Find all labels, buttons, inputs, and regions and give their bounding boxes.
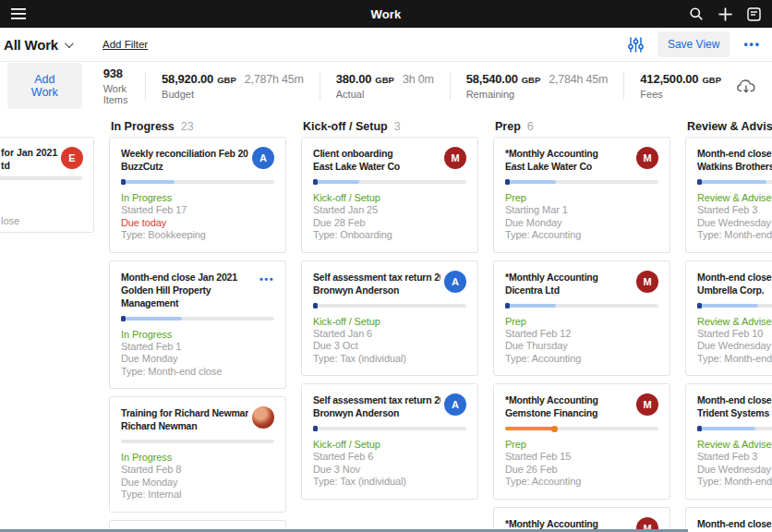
card-status: Prep xyxy=(505,191,658,204)
card-status: Review & Advise xyxy=(697,191,772,204)
app-topbar: Work xyxy=(0,0,772,28)
stat-value: 58,920.00 xyxy=(162,72,213,86)
card-title: *Monthly AccountingDicentra Ltd xyxy=(505,271,633,296)
stat-group: 58,920.00GBP2,787h 45mBudget xyxy=(145,72,320,100)
card-status: In Progress xyxy=(121,451,274,464)
card-status: Prep xyxy=(505,315,658,328)
add-icon[interactable] xyxy=(718,7,732,21)
board-column: for Jan 2021 td E lose xyxy=(0,109,94,233)
stat-label: Actual xyxy=(336,89,434,100)
stat-value: 58,540.00 xyxy=(466,72,518,86)
stat-value: 412,500.00 xyxy=(640,72,698,86)
add-work-button[interactable]: Add Work xyxy=(7,63,82,109)
progress-bar xyxy=(121,440,274,443)
work-card[interactable]: *Monthly AccountingDicentra Ltd M Prep S… xyxy=(493,260,670,377)
work-card[interactable]: Weekly reconciliation Feb 2021BuzzCutz A… xyxy=(109,137,286,253)
stat-currency: GBP xyxy=(375,75,394,85)
card-meta: Started Jan 25Due 28 FebType: Onboarding xyxy=(313,204,466,242)
chevron-down-icon xyxy=(65,39,74,48)
work-card[interactable]: for Jan 2021 td E lose xyxy=(0,137,94,233)
card-status: Kick-off / Setup xyxy=(313,191,466,204)
more-options-icon[interactable]: ••• xyxy=(743,38,761,51)
view-selector[interactable]: All Work xyxy=(4,37,71,53)
page-title: Work xyxy=(0,7,772,21)
work-card[interactable]: Self assessment tax return 2021Bronwyn A… xyxy=(301,260,478,377)
card-meta: Started Feb 8Due MondayType: Internal xyxy=(121,464,274,502)
column-header xyxy=(0,109,94,137)
avatar-photo[interactable] xyxy=(252,406,274,429)
view-toolbar: All Work Add Filter Save View ••• xyxy=(0,28,772,62)
progress-bar xyxy=(505,180,658,184)
stat-label: Work Items xyxy=(103,83,129,105)
card-meta: Started Feb 12Due ThursdayType: Accounti… xyxy=(505,328,658,366)
avatar[interactable]: A xyxy=(444,271,466,293)
work-card[interactable]: Training for Richard NewmanRichard Newma… xyxy=(109,396,286,513)
stat-extra: 3h 0m xyxy=(403,73,434,86)
progress-bar xyxy=(697,304,772,308)
progress-bar xyxy=(505,427,658,430)
card-title: Month-end close for Jan 2021Trident Syst… xyxy=(697,393,772,419)
card-meta: Started Feb 1Due MondayType: Month-end c… xyxy=(121,341,274,379)
work-card[interactable]: *Monthly AccountingGemstone Financing M … xyxy=(493,507,670,532)
column-header: Kick-off / Setup3 xyxy=(301,109,478,137)
progress-bar xyxy=(313,304,466,308)
card-status: Kick-off / Setup xyxy=(313,438,466,451)
work-card[interactable]: Month-end close Jan 2021Golden Hill Prop… xyxy=(109,260,286,390)
work-card[interactable]: Month-end close for Jan 2021Umbrella Cor… xyxy=(685,260,772,377)
avatar[interactable]: M xyxy=(636,393,658,416)
card-meta: Started Feb 17Due todayType: Bookkeeping xyxy=(121,204,274,242)
card-title: Self assessment tax return 2021Bronwyn A… xyxy=(313,271,440,296)
column-header: In Progress23 xyxy=(109,109,286,137)
progress-bar xyxy=(697,180,772,184)
progress-bar xyxy=(0,176,82,180)
avatar[interactable]: M xyxy=(636,271,658,293)
stat-extra: 2,787h 45m xyxy=(245,73,304,86)
card-title: *Monthly AccountingEast Lake Water Co xyxy=(505,147,633,173)
filter-sliders-icon[interactable] xyxy=(628,37,644,53)
work-card[interactable]: Month-end close for Jan 2021Watkins Brot… xyxy=(685,137,772,253)
view-selector-label: All Work xyxy=(4,37,58,53)
avatar[interactable]: A xyxy=(252,147,274,169)
card-meta: Started Feb 3Due WednesdayType: Month-en… xyxy=(697,204,772,242)
work-card[interactable]: *Monthly AccountingGemstone Financing M … xyxy=(493,383,670,500)
card-title: Month-end close for Jan 2021Umbrella Cor… xyxy=(697,271,772,296)
export-cloud-download-icon[interactable] xyxy=(737,79,755,93)
board-column: In Progress23 Weekly reconciliation Feb … xyxy=(109,109,286,532)
column-title: Kick-off / Setup xyxy=(303,120,388,133)
avatar[interactable]: A xyxy=(444,393,466,416)
card-title: *Monthly AccountingGemstone Financing xyxy=(505,393,633,419)
column-header: Prep6 xyxy=(493,109,670,137)
card-title: for Jan 2021 xyxy=(1,147,57,158)
stat-group: 412,500.00GBPFees xyxy=(623,72,737,100)
card-status: Prep xyxy=(505,438,658,451)
avatar[interactable]: E xyxy=(61,147,83,169)
column-title: Prep xyxy=(495,120,521,133)
progress-bar xyxy=(505,304,658,308)
progress-bar xyxy=(313,180,466,184)
avatar[interactable]: M xyxy=(444,147,466,169)
card-title: td xyxy=(1,160,10,171)
work-card[interactable]: Client onboardingEast Lake Water Co M Ki… xyxy=(301,137,478,253)
progress-bar xyxy=(121,180,274,184)
card-title: Client onboardingEast Lake Water Co xyxy=(313,147,440,173)
board: for Jan 2021 td E lose In Progress23 Wee… xyxy=(0,109,772,532)
card-title: Weekly reconciliation Feb 2021BuzzCutz xyxy=(121,147,248,173)
search-icon[interactable] xyxy=(689,6,704,21)
card-title: Self assessment tax return 2021Bronwyn A… xyxy=(313,393,440,419)
card-title: Month-end close for Jan 2021Watkins Brot… xyxy=(697,147,772,173)
column-count: 3 xyxy=(394,120,401,133)
add-filter-link[interactable]: Add Filter xyxy=(103,39,148,50)
stat-group: 58,540.00GBP2,784h 45mRemaining xyxy=(450,72,624,100)
work-card[interactable]: Self assessment tax return 2021Bronwyn A… xyxy=(301,383,478,500)
notes-panel-icon[interactable] xyxy=(747,7,761,21)
work-card[interactable]: Month-end close for Jan 2021Omni-electri… xyxy=(685,507,772,532)
work-card[interactable]: *Monthly AccountingEast Lake Water Co M … xyxy=(493,137,670,253)
column-title: In Progress xyxy=(111,120,175,133)
save-view-button[interactable]: Save View xyxy=(657,31,730,57)
card-menu-icon[interactable]: ••• xyxy=(259,271,274,284)
stat-label: Budget xyxy=(162,89,304,100)
avatar[interactable]: M xyxy=(636,147,658,169)
card-meta: Started Feb 3Due WednesdayType: Month-en… xyxy=(697,451,772,489)
column-count: 6 xyxy=(527,120,534,133)
work-card[interactable]: Month-end close for Jan 2021Trident Syst… xyxy=(685,383,772,500)
